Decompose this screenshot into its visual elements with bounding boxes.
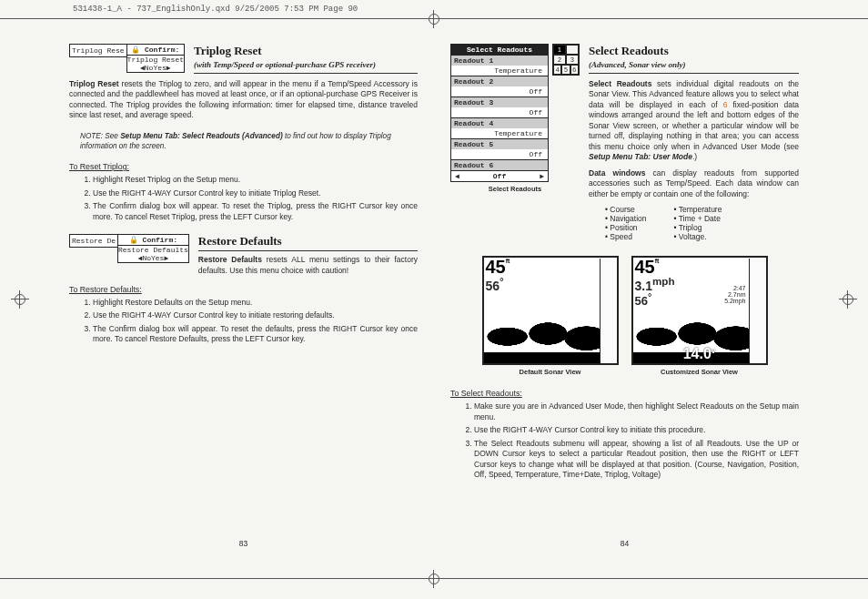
restore-steps: Highlight Restore Defaults on the Setup …	[93, 298, 418, 348]
select-readouts-sub: (Advanced, Sonar view only)	[589, 60, 799, 74]
select-readouts-heading: Select Readouts	[589, 44, 799, 58]
restore-strip: Restore De	[69, 234, 118, 248]
sonar-screenshots: 45ft 56° Default Sonar View 45ft 3.1mph …	[450, 256, 799, 376]
triplog-step-2: Use the RIGHT 4-WAY Cursor Control key t…	[93, 188, 418, 198]
select-readouts-top: Select Readouts Readout 1Temperature Rea…	[450, 44, 799, 249]
custom-sonar-view: 45ft 3.1mph 56° 2:472.7nm5.2mph 14.0v	[631, 256, 768, 365]
sr-step-3: The Select Readouts submenu will appear,…	[474, 439, 799, 481]
select-readouts-p2: Data windows can display readouts from s…	[589, 168, 799, 199]
default-sonar-view: 45ft 56°	[482, 256, 619, 365]
triplog-confirm-dialog: 🔒 Confirm: Triplog Reset ◀NoYes▶	[126, 44, 185, 73]
registration-mark-bottom	[425, 570, 443, 588]
registration-mark-right	[839, 290, 857, 309]
triplog-note: NOTE: See Setup Menu Tab: Select Readout…	[80, 132, 418, 151]
custom-sonar-caption: Customized Sonar View	[631, 368, 768, 376]
default-sonar-caption: Default Sonar View	[482, 368, 619, 376]
restore-header-row: Restore De 🔒 Confirm: Restore Defaults ◀…	[69, 234, 418, 281]
select-readouts-p1: Select Readouts sets individual digital …	[589, 79, 799, 163]
page-number-right: 84	[450, 532, 799, 548]
select-readouts-menu: Select Readouts Readout 1Temperature Rea…	[450, 44, 549, 182]
readout-position-grid: 1 23 456	[552, 44, 580, 76]
select-readouts-steps-title: To Select Readouts:	[450, 389, 799, 398]
triplog-steps-title: To Reset Triplog:	[69, 162, 418, 171]
select-readouts-caption: Select Readouts	[450, 185, 580, 193]
restore-step-3: The Confirm dialog box will appear. To r…	[93, 324, 418, 345]
page-left: Triplog Rese 🔒 Confirm: Triplog Reset ◀N…	[69, 44, 418, 548]
restore-body-lead: Restore Defaults	[198, 255, 262, 264]
triplog-step-1: Highlight Reset Triplog on the Setup men…	[93, 175, 418, 185]
triplog-sub: (with Temp/Speed or optional-purchase GP…	[194, 60, 418, 74]
restore-step-2: Use the RIGHT 4-WAY Cursor Control key t…	[93, 310, 418, 320]
restore-step-1: Highlight Restore Defaults on the Setup …	[93, 298, 418, 308]
triplog-heading: Triplog Reset	[194, 44, 418, 58]
restore-steps-title: To Restore Defaults:	[69, 285, 418, 294]
select-readouts-steps: Make sure you are in Advanced User Mode,…	[474, 401, 799, 482]
readout-options: CourseNavigationPositionSpeedTemperature…	[605, 205, 799, 241]
header-slug: 531438-1_A - 737_EnglishOnly.qxd 9/25/20…	[73, 5, 358, 14]
restore-heading: Restore Defaults	[198, 234, 418, 249]
triplog-body: Triplog Reset Triplog Reset resets the T…	[69, 79, 418, 121]
registration-mark-left	[11, 290, 29, 309]
triplog-step-3: The Confirm dialog box will appear. To r…	[93, 201, 418, 222]
triplog-header-row: Triplog Rese 🔒 Confirm: Triplog Reset ◀N…	[69, 44, 418, 79]
sr-step-2: Use the RIGHT 4-WAY Cursor Control key t…	[474, 425, 799, 435]
registration-mark-top	[425, 10, 443, 28]
page-spread: Triplog Rese 🔒 Confirm: Triplog Reset ◀N…	[69, 44, 799, 548]
triplog-steps: Highlight Reset Triplog on the Setup men…	[93, 175, 418, 225]
page-number-left: 83	[69, 532, 418, 548]
page-right: Select Readouts Readout 1Temperature Rea…	[450, 44, 799, 548]
sr-step-1: Make sure you are in Advanced User Mode,…	[474, 401, 799, 422]
restore-confirm-dialog: 🔒 Confirm: Restore Defaults ◀NoYes▶	[117, 234, 189, 263]
triplog-strip: Triplog Rese	[69, 44, 127, 57]
